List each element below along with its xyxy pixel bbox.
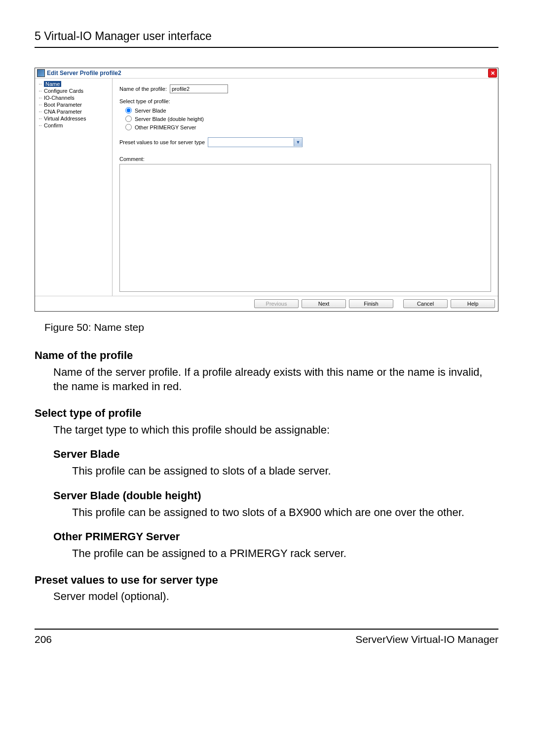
tree-item-configure-cards[interactable]: Configure Cards (36, 87, 111, 94)
tree-item-label: Confirm (44, 122, 63, 128)
desc-other-primergy: The profile can be assigned to a PRIMERG… (72, 546, 498, 561)
chevron-down-icon: ▼ (294, 138, 302, 146)
radio-input[interactable] (125, 107, 132, 114)
dialog-title: Edit Server Profile profile2 (47, 70, 121, 77)
desc-server-blade-double: This profile can be assigned to two slot… (72, 505, 498, 520)
header-rule (35, 47, 498, 48)
radio-input[interactable] (125, 116, 132, 122)
page-footer: 206 ServerView Virtual-IO Manager (35, 634, 498, 645)
previous-button: Previous (254, 299, 299, 308)
tree-item-label: Boot Parameter (44, 102, 82, 108)
tree-item-label: Virtual Addresses (44, 116, 86, 121)
term-server-blade: Server Blade (53, 447, 498, 462)
tree-item-label: Configure Cards (44, 88, 83, 94)
term-other-primergy: Other PRIMERGY Server (53, 529, 498, 544)
tree-item-boot-parameter[interactable]: Boot Parameter (36, 101, 111, 108)
comment-label: Comment: (119, 156, 491, 162)
cancel-button[interactable]: Cancel (403, 299, 448, 308)
wizard-tree: Name Configure Cards IO-Channels Boot Pa… (35, 79, 113, 296)
product-name: ServerView Virtual-IO Manager (355, 634, 498, 645)
term-select-type: Select type of profile (35, 406, 498, 421)
section-header: 5 Virtual-IO Manager user interface (35, 30, 498, 43)
figure-caption: Figure 50: Name step (44, 321, 498, 333)
radio-input[interactable] (125, 124, 132, 130)
wizard-content: Name of the profile: Select type of prof… (113, 79, 498, 296)
radio-label: Server Blade (double height) (135, 116, 204, 122)
tree-item-virtual-addresses[interactable]: Virtual Addresses (36, 115, 111, 122)
select-type-label: Select type of profile: (119, 98, 491, 104)
body-text: Name of the profile Name of the server p… (35, 348, 498, 604)
radio-label: Server Blade (135, 108, 166, 114)
term-server-blade-double: Server Blade (double height) (53, 488, 498, 503)
radio-server-blade-double[interactable]: Server Blade (double height) (125, 116, 491, 122)
help-button[interactable]: Help (451, 299, 495, 308)
finish-button[interactable]: Finish (349, 299, 393, 308)
page-number: 206 (35, 634, 52, 645)
preset-label: Preset values to use for server type (119, 139, 205, 145)
name-label: Name of the profile: (119, 86, 167, 92)
tree-item-name[interactable]: Name (36, 80, 111, 87)
dialog-titlebar: Edit Server Profile profile2 ✕ (35, 68, 498, 79)
preset-select[interactable]: ▼ (208, 137, 303, 147)
tree-item-io-channels[interactable]: IO-Channels (36, 94, 111, 101)
tree-item-label: CNA Parameter (44, 109, 82, 115)
footer-rule (35, 629, 498, 630)
radio-label: Other PRIMERGY Server (135, 124, 196, 130)
wizard-button-row: Previous Next Finish Cancel Help (35, 296, 498, 311)
desc-select-type: The target type to which this profile sh… (53, 423, 498, 438)
close-icon[interactable]: ✕ (488, 69, 497, 78)
tree-item-label: IO-Channels (44, 95, 75, 101)
desc-name: Name of the server profile. If a profile… (53, 365, 498, 394)
desc-server-blade: This profile can be assigned to slots of… (72, 464, 498, 478)
desc-preset: Server model (optional). (53, 589, 498, 604)
comment-textarea[interactable] (119, 164, 491, 292)
tree-item-cna-parameter[interactable]: CNA Parameter (36, 108, 111, 115)
tree-item-confirm[interactable]: Confirm (36, 122, 111, 129)
edit-profile-dialog: Edit Server Profile profile2 ✕ Name Conf… (35, 68, 498, 312)
term-preset: Preset values to use for server type (35, 573, 498, 588)
app-icon (37, 69, 45, 77)
term-name: Name of the profile (35, 348, 498, 363)
radio-other-primergy[interactable]: Other PRIMERGY Server (125, 124, 491, 130)
next-button[interactable]: Next (302, 299, 346, 308)
radio-server-blade[interactable]: Server Blade (125, 107, 491, 114)
profile-name-input[interactable] (170, 84, 228, 93)
tree-item-label: Name (44, 81, 61, 87)
